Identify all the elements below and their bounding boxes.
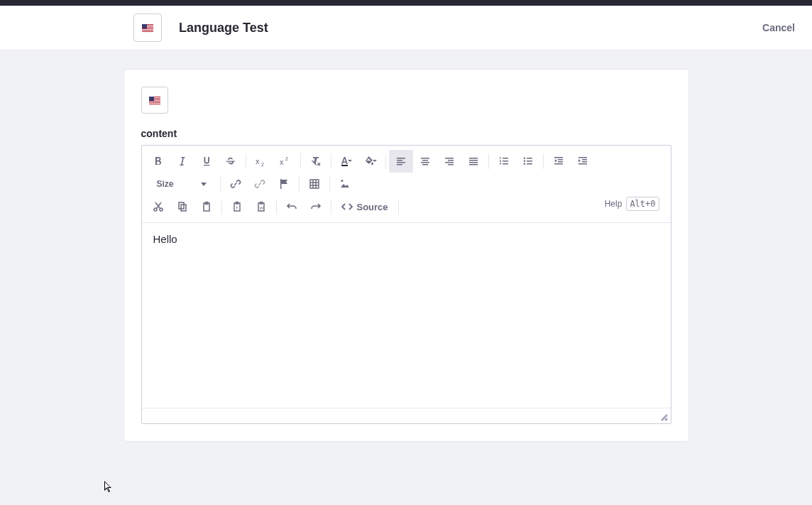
svg-rect-12 xyxy=(149,103,160,104)
cut-button[interactable] xyxy=(146,195,170,218)
svg-point-19 xyxy=(523,158,525,159)
editor-content: Hello xyxy=(153,233,177,245)
bold-button[interactable] xyxy=(146,150,170,173)
align-right-button[interactable] xyxy=(437,150,461,173)
ordered-list-button[interactable] xyxy=(492,150,516,173)
language-selector-button[interactable] xyxy=(133,13,162,42)
italic-button[interactable] xyxy=(170,150,194,173)
source-button[interactable]: Source xyxy=(334,195,395,218)
undo-button[interactable] xyxy=(280,195,304,218)
superscript-icon: x2 xyxy=(279,156,292,167)
page-title: Language Test xyxy=(179,21,268,36)
align-right-icon xyxy=(444,156,455,167)
link-icon xyxy=(230,178,241,190)
source-icon xyxy=(341,202,353,212)
unordered-list-icon xyxy=(522,156,534,167)
indent-button[interactable] xyxy=(571,150,595,173)
svg-text:2: 2 xyxy=(261,162,264,167)
superscript-button[interactable]: x2 xyxy=(273,150,297,173)
toolbar-separator xyxy=(385,153,386,169)
toolbar-separator xyxy=(543,153,544,169)
align-justify-button[interactable] xyxy=(461,150,485,173)
toolbar-separator xyxy=(488,153,489,169)
field-language-selector-button[interactable] xyxy=(141,87,168,114)
paste-word-button[interactable]: W xyxy=(249,195,273,218)
toolbar-separator xyxy=(331,153,331,169)
svg-rect-13 xyxy=(149,97,154,101)
align-justify-icon xyxy=(468,156,479,167)
unlink-button[interactable] xyxy=(248,173,272,195)
copy-icon xyxy=(177,201,188,212)
topbar xyxy=(0,0,812,6)
flag-icon xyxy=(279,178,289,190)
underline-icon xyxy=(201,156,212,167)
svg-rect-4 xyxy=(142,29,153,30)
svg-text:2: 2 xyxy=(285,156,288,161)
toolbar-separator xyxy=(300,153,301,169)
cursor-icon xyxy=(104,481,113,494)
copy-button[interactable] xyxy=(170,195,194,218)
remove-format-button[interactable] xyxy=(304,150,328,173)
toolbar-separator xyxy=(329,176,330,192)
subscript-icon: x2 xyxy=(255,156,268,167)
svg-rect-18 xyxy=(341,165,348,166)
paste-icon xyxy=(201,201,212,212)
svg-rect-5 xyxy=(142,31,153,31)
svg-point-22 xyxy=(154,208,157,211)
svg-rect-11 xyxy=(149,102,160,102)
underline-button[interactable] xyxy=(194,150,219,173)
paste-button[interactable] xyxy=(194,195,219,218)
align-left-icon xyxy=(395,156,407,167)
bold-icon xyxy=(153,156,164,167)
source-label: Source xyxy=(357,202,388,212)
text-color-button[interactable] xyxy=(334,150,358,173)
text-color-icon xyxy=(339,156,353,167)
paste-plain-button[interactable]: T xyxy=(225,195,249,218)
subscript-button[interactable]: x2 xyxy=(249,150,273,173)
cancel-button[interactable]: Cancel xyxy=(762,22,795,33)
header: Language Test Cancel xyxy=(0,6,812,50)
remove-format-icon xyxy=(310,156,322,167)
toolbar-separator xyxy=(246,153,246,169)
align-left-button[interactable] xyxy=(389,150,413,173)
table-button[interactable] xyxy=(302,173,327,195)
unlink-icon xyxy=(254,178,265,190)
strikethrough-icon xyxy=(225,156,236,167)
ordered-list-icon xyxy=(498,156,510,167)
resize-grip-icon[interactable] xyxy=(661,414,668,421)
align-center-button[interactable] xyxy=(413,150,437,173)
editor-textarea[interactable]: Hello xyxy=(142,223,671,408)
toolbar-separator xyxy=(220,176,221,192)
toolbar-separator xyxy=(398,199,399,215)
svg-point-23 xyxy=(160,208,163,211)
field-label: content xyxy=(141,128,671,139)
editor-toolbar: x2 x2 xyxy=(142,146,671,223)
toolbar-separator xyxy=(299,176,300,192)
font-size-label: Size xyxy=(157,179,174,189)
svg-point-21 xyxy=(523,163,525,165)
background-color-button[interactable] xyxy=(358,150,383,173)
help-label: Help xyxy=(605,199,622,209)
unordered-list-button[interactable] xyxy=(516,150,540,173)
undo-icon xyxy=(286,201,297,212)
toolbar-separator xyxy=(276,199,277,215)
redo-button[interactable] xyxy=(304,195,328,218)
svg-point-20 xyxy=(523,161,525,162)
outdent-icon xyxy=(553,156,564,167)
redo-icon xyxy=(310,201,322,212)
font-size-select[interactable]: Size xyxy=(149,173,214,195)
outdent-button[interactable] xyxy=(547,150,571,173)
paste-text-icon: T xyxy=(231,201,243,212)
editor-footer xyxy=(142,408,671,423)
indent-icon xyxy=(577,156,588,167)
align-center-icon xyxy=(419,156,431,167)
strikethrough-button[interactable] xyxy=(219,150,243,173)
help-hint[interactable]: Help Alt+0 xyxy=(605,197,659,211)
anchor-button[interactable] xyxy=(272,173,296,195)
image-button[interactable] xyxy=(333,173,357,195)
help-shortcut: Alt+0 xyxy=(626,197,659,211)
svg-text:x: x xyxy=(280,158,284,166)
background-color-icon xyxy=(363,156,378,167)
link-button[interactable] xyxy=(224,173,248,195)
toolbar-separator xyxy=(331,199,331,215)
